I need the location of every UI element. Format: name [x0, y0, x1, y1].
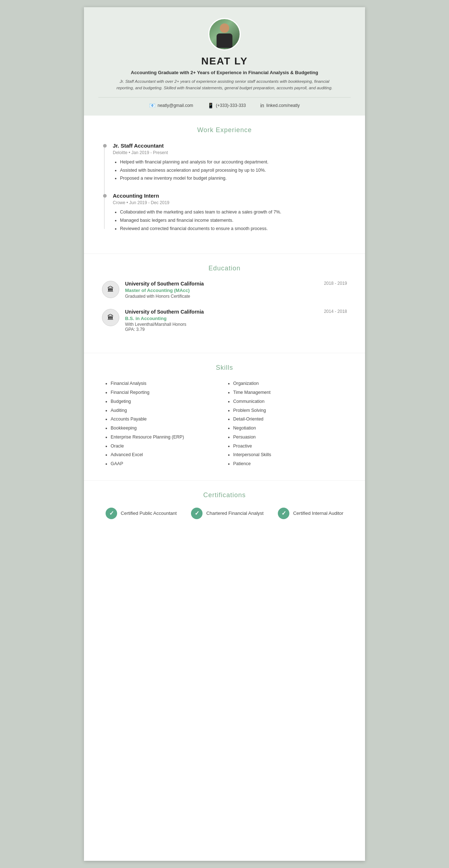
edu-logo-1: 🏛	[102, 281, 119, 298]
job-dot-1	[103, 144, 107, 148]
cert-name-2: Chartered Financial Analyst	[206, 511, 263, 516]
cert-check-icon-3: ✓	[281, 510, 286, 517]
skill-r-3: Communication	[233, 398, 347, 405]
skill-l-7: Enterprise Resource Planning (ERP)	[111, 434, 224, 441]
skill-r-2: Time Management	[233, 389, 347, 396]
edu-detail-2: With Leventhal/Marshall Honors	[125, 322, 315, 327]
edu-school-1: University of Southern California	[125, 281, 315, 287]
contact-email: 📧 neatly@gmail.com	[149, 103, 193, 108]
job-dot-2	[103, 194, 107, 198]
education-title: Education	[102, 265, 347, 272]
skills-right: Organization Time Management Communicati…	[224, 380, 347, 469]
cert-name-1: Certified Public Accountant	[121, 511, 177, 516]
job-sep-2: •	[126, 200, 129, 205]
job-bullets-2: Collaborated with the marketing and sale…	[113, 209, 347, 232]
candidate-summary: Jr. Staff Accountant with over 2+ years …	[116, 78, 333, 91]
skill-l-4: Auditing	[111, 407, 224, 414]
edu-degree-2: B.S. in Accounting	[125, 316, 315, 321]
work-experience-title: Work Experience	[102, 126, 347, 134]
job-item-1: Jr. Staff Accountant Deloitte • Jan 2019…	[113, 143, 347, 182]
cert-check-2: ✓	[191, 508, 203, 519]
skill-l-3: Budgeting	[111, 398, 224, 405]
edu-year-2: 2014 - 2018	[315, 309, 347, 314]
work-experience-section: Work Experience Jr. Staff Accountant Del…	[84, 116, 365, 254]
edu-content-2: University of Southern California B.S. i…	[125, 309, 315, 332]
edu-content-1: University of Southern California Master…	[125, 281, 315, 299]
job-meta-1: Deloitte • Jan 2019 - Present	[113, 150, 347, 155]
job-period-2: Jun 2019 - Dec 2019	[129, 200, 169, 205]
skill-l-9: Advanced Excel	[111, 451, 224, 458]
edu-row-1: University of Southern California Master…	[125, 281, 347, 299]
edu-degree-1: Master of Accounting (MAcc)	[125, 288, 315, 293]
job-meta-2: Crowe • Jun 2019 - Dec 2019	[113, 200, 347, 205]
edu-item-1: 🏛 University of Southern California Mast…	[102, 281, 347, 299]
certifications-title: Certifications	[102, 491, 347, 499]
contact-phone: 📱 (+333)-333-333	[208, 103, 246, 108]
edu-logo-2: 🏛	[102, 309, 119, 326]
cert-check-1: ✓	[106, 508, 117, 519]
job-bullet-2-2: Managed basic ledgers and financial inco…	[120, 217, 347, 224]
skill-r-10: Patience	[233, 460, 347, 467]
certifications-section: Certifications ✓ Certified Public Accoun…	[84, 481, 365, 534]
avatar-wrapper	[98, 18, 351, 50]
resume-header: NEAT LY Accounting Graduate with 2+ Year…	[84, 7, 365, 116]
skill-r-6: Negotiation	[233, 425, 347, 432]
edu-item-2: 🏛 University of Southern California B.S.…	[102, 309, 347, 332]
phone-value: (+333)-333-333	[216, 103, 246, 108]
cert-check-icon-2: ✓	[195, 510, 199, 517]
skill-l-8: Oracle	[111, 443, 224, 450]
email-icon: 📧	[149, 103, 155, 108]
skill-r-8: Proactive	[233, 443, 347, 450]
job-bullet-1-3: Proposed a new inventory model for budge…	[120, 175, 347, 182]
edu-detail-1: Graduated with Honors Certificate	[125, 294, 315, 299]
edu-school-2: University of Southern California	[125, 309, 315, 315]
edu-row-2: University of Southern California B.S. i…	[125, 309, 347, 332]
resume-container: NEAT LY Accounting Graduate with 2+ Year…	[84, 7, 365, 861]
job-bullet-2-3: Reviewed and corrected financial documen…	[120, 225, 347, 232]
job-title-1: Jr. Staff Accountant	[113, 143, 347, 149]
edu-year-1: 2018 - 2019	[315, 281, 347, 286]
email-value: neatly@gmail.com	[157, 103, 193, 108]
cert-name-3: Certified Internal Auditor	[293, 511, 343, 516]
skills-left: Financial Analysis Financial Reporting B…	[102, 380, 224, 469]
candidate-name: NEAT LY	[98, 55, 351, 67]
job-company-2: Crowe	[113, 200, 125, 205]
linkedin-icon: in	[260, 103, 264, 108]
skills-section: Skills Financial Analysis Financial Repo…	[84, 353, 365, 481]
job-sep-1: •	[129, 150, 132, 155]
job-list: Jr. Staff Accountant Deloitte • Jan 2019…	[102, 143, 347, 232]
certs-grid: ✓ Certified Public Accountant ✓ Chartere…	[102, 508, 347, 519]
contact-linkedin: in linked.com/neatly	[260, 103, 300, 108]
job-company-1: Deloitte	[113, 150, 128, 155]
edu-gpa-2: GPA: 3.79	[125, 327, 315, 332]
skills-title: Skills	[102, 364, 347, 372]
edu-logo-icon-1: 🏛	[107, 286, 114, 293]
avatar	[208, 18, 241, 50]
cert-check-icon-1: ✓	[109, 510, 114, 517]
cert-check-3: ✓	[278, 508, 289, 519]
skill-r-7: Persuasion	[233, 434, 347, 441]
job-item-2: Accounting Intern Crowe • Jun 2019 - Dec…	[113, 193, 347, 232]
skill-r-1: Organization	[233, 380, 347, 387]
skills-grid: Financial Analysis Financial Reporting B…	[102, 380, 347, 469]
edu-logo-icon-2: 🏛	[107, 314, 114, 321]
education-section: Education 🏛 University of Southern Calif…	[84, 254, 365, 353]
cert-item-1: ✓ Certified Public Accountant	[106, 508, 177, 519]
skill-l-2: Financial Reporting	[111, 389, 224, 396]
skill-r-9: Interpersonal Skills	[233, 451, 347, 458]
job-bullets-1: Helped with financial planning and analy…	[113, 159, 347, 182]
cert-item-2: ✓ Chartered Financial Analyst	[191, 508, 263, 519]
contact-bar: 📧 neatly@gmail.com 📱 (+333)-333-333 in l…	[98, 97, 351, 108]
job-bullet-1-1: Helped with financial planning and analy…	[120, 159, 347, 166]
skill-l-1: Financial Analysis	[111, 380, 224, 387]
job-bullet-2-1: Collaborated with the marketing and sale…	[120, 209, 347, 216]
skill-l-5: Accounts Payable	[111, 416, 224, 423]
skill-l-6: Bookkeeping	[111, 425, 224, 432]
phone-icon: 📱	[208, 103, 214, 108]
candidate-tagline: Accounting Graduate with 2+ Years of Exp…	[98, 70, 351, 75]
skill-l-10: GAAP	[111, 460, 224, 467]
job-period-1: Jan 2019 - Present	[132, 150, 168, 155]
job-title-2: Accounting Intern	[113, 193, 347, 199]
job-bullet-1-2: Assisted with business acceleration and …	[120, 167, 347, 174]
linkedin-value: linked.com/neatly	[266, 103, 300, 108]
